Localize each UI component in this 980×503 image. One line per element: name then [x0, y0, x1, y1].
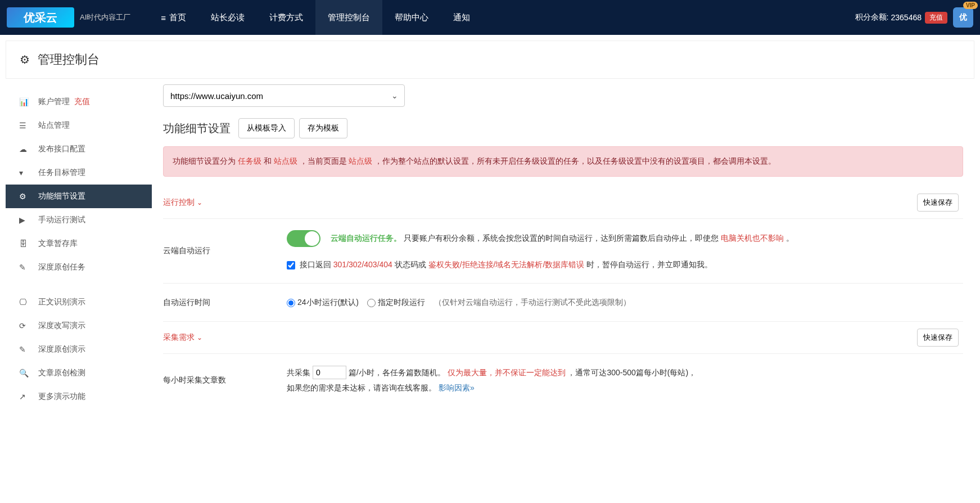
- sidebar-item-publish[interactable]: ☁发布接口配置: [6, 137, 152, 161]
- green-text: 云端自动运行任务。: [331, 233, 401, 242]
- page-title: 管理控制台: [38, 51, 100, 68]
- logo-area[interactable]: 优采云 AI时代内容工厂: [0, 7, 137, 28]
- sidebar-label: 账户管理: [38, 97, 70, 107]
- cloud-auto-switch[interactable]: [287, 230, 320, 247]
- nav-notice[interactable]: 通知: [441, 0, 482, 35]
- sidebar-item-manual[interactable]: ▶手动运行测试: [6, 208, 152, 232]
- sidebar-label: 功能细节设置: [38, 191, 85, 201]
- save-template-button[interactable]: 存为模板: [299, 118, 347, 138]
- nav-home[interactable]: ≡首页: [148, 0, 198, 35]
- sidebar-label: 深度改写演示: [38, 321, 85, 331]
- points-label: 积分余额:: [855, 12, 889, 23]
- sidebar-item-demo-original[interactable]: ✎深度原创演示: [6, 338, 152, 361]
- edit-icon: ✎: [19, 263, 31, 272]
- quick-save-button[interactable]: 快速保存: [917, 329, 959, 347]
- sidebar-item-sites[interactable]: ☰站点管理: [6, 114, 152, 137]
- chevron-down-icon: ⌄: [197, 199, 202, 206]
- desc-text: ，通常可达300-500篇每小时(每站)，: [567, 368, 696, 377]
- top-header: 优采云 AI时代内容工厂 ≡首页 站长必读 计费方式 管理控制台 帮助中心 通知…: [0, 0, 980, 35]
- info-alert: 功能细节设置分为 任务级 和 站点级 ，当前页面是 站点级 ，作为整个站点的默认…: [163, 146, 963, 177]
- sidebar-label: 深度原创演示: [38, 344, 85, 354]
- main-nav: ≡首页 站长必读 计费方式 管理控制台 帮助中心 通知: [148, 0, 482, 35]
- sidebar-item-demo-more[interactable]: ↗更多演示功能: [6, 385, 152, 408]
- bar-chart-icon: 📊: [19, 97, 31, 106]
- sidebar-item-settings[interactable]: ⚙功能细节设置: [6, 185, 152, 208]
- desc-text: 篇/小时，各任务篇数随机。: [349, 368, 445, 377]
- sidebar-label: 手动运行测试: [38, 215, 85, 225]
- sidebar-label: 深度原创任务: [38, 262, 85, 272]
- sidebar-label: 正文识别演示: [38, 297, 85, 307]
- monitor-icon: 🖵: [19, 298, 31, 307]
- sidebar-item-deep-original[interactable]: ✎深度原创任务: [6, 255, 152, 279]
- desc-text: 只要账户有积分余额，系统会按您设置的时间自动运行，达到所需篇数后自动停止，即使您: [404, 233, 719, 242]
- database-icon: 🗄: [19, 239, 31, 248]
- nav-billing[interactable]: 计费方式: [257, 0, 315, 35]
- collect-count-input[interactable]: [313, 366, 346, 379]
- vip-badge: VIP: [963, 2, 978, 9]
- row-run-time: 自动运行时间 24小时运行(默认) 指定时段运行 （仅针对云端自动运行，手动运行…: [163, 284, 963, 322]
- sidebar-label: 站点管理: [38, 120, 70, 131]
- page-title-bar: ⚙ 管理控制台: [6, 41, 974, 79]
- edit-square-icon: ✎: [19, 345, 31, 354]
- form-label: 云端自动运行: [163, 230, 287, 272]
- quick-save-button[interactable]: 快速保存: [917, 194, 959, 212]
- hint-text: （仅针对云端自动运行，手动运行测试不受此选项限制）: [434, 298, 631, 307]
- panel-toggle[interactable]: 采集需求⌄: [163, 333, 202, 343]
- import-template-button[interactable]: 从模板导入: [238, 118, 295, 138]
- red-text: 鉴权失败/拒绝连接/域名无法解析/数据库错误: [428, 260, 585, 269]
- refresh-icon: ⟳: [19, 321, 31, 330]
- radio-24h[interactable]: 24小时运行(默认): [287, 298, 359, 307]
- recharge-badge: 充值: [74, 97, 90, 107]
- sidebar-item-storage[interactable]: 🗄文章暂存库: [6, 232, 152, 255]
- cloud-icon: ☁: [19, 145, 31, 154]
- sidebar-label: 文章原创检测: [38, 368, 85, 378]
- panel-run-control: 运行控制⌄ 快速保存: [163, 187, 963, 219]
- nav-console[interactable]: 管理控制台: [315, 0, 382, 35]
- sidebar-item-account[interactable]: 📊账户管理充值: [6, 90, 152, 114]
- avatar[interactable]: 优 VIP: [953, 7, 973, 28]
- desc-text: 共采集: [287, 368, 310, 377]
- points-value: 2365468: [891, 13, 922, 22]
- panel-collect: 采集需求⌄ 快速保存: [163, 322, 963, 354]
- row-collect-count: 每小时采集文章数 共采集 篇/小时，各任务篇数随机。 仅为最大量，并不保证一定能…: [163, 354, 963, 406]
- red-text: 电脑关机也不影响: [721, 233, 784, 242]
- form-label: 自动运行时间: [163, 295, 287, 310]
- filter-icon: ▾: [19, 168, 31, 177]
- cogs-icon: ⚙: [19, 192, 31, 201]
- sidebar-item-demo-recognize[interactable]: 🖵正文识别演示: [6, 290, 152, 314]
- sidebar-item-demo-check[interactable]: 🔍文章原创检测: [6, 361, 152, 385]
- red-text: 仅为最大量，并不保证一定能达到: [448, 368, 566, 377]
- desc-text: 如果您的需求是未达标，请咨询在线客服。: [287, 383, 436, 392]
- sidebar: 📊账户管理充值 ☰站点管理 ☁发布接口配置 ▾任务目标管理 ⚙功能细节设置 ▶手…: [6, 84, 152, 429]
- header-right: 积分余额: 2365468 充值 优 VIP: [855, 7, 980, 28]
- nav-label: 首页: [169, 12, 186, 23]
- form-label: 每小时采集文章数: [163, 365, 287, 395]
- chevron-down-icon: ⌄: [197, 334, 202, 342]
- main-content: https://www.ucaiyun.com ⌄ 功能细节设置 从模板导入 存…: [152, 84, 974, 429]
- nav-mustread[interactable]: 站长必读: [198, 0, 257, 35]
- pause-on-error-checkbox[interactable]: [287, 261, 295, 270]
- desc-text: 时，暂停自动运行，并立即通知我。: [586, 260, 712, 269]
- sidebar-item-demo-rewrite[interactable]: ⟳深度改写演示: [6, 314, 152, 338]
- share-icon: ↗: [19, 392, 31, 401]
- desc-text: 。: [786, 233, 794, 242]
- radio-period[interactable]: 指定时段运行: [367, 298, 425, 307]
- sidebar-label: 文章暂存库: [38, 239, 78, 249]
- search-icon: 🔍: [19, 369, 31, 378]
- avatar-text: 优: [959, 12, 967, 23]
- desc-text: 接口返回: [300, 260, 331, 269]
- play-icon: ▶: [19, 215, 31, 224]
- logo-subtitle: AI时代内容工厂: [80, 12, 130, 23]
- nav-help[interactable]: 帮助中心: [382, 0, 441, 35]
- sidebar-item-target[interactable]: ▾任务目标管理: [6, 161, 152, 185]
- section-title: 功能细节设置: [163, 121, 231, 136]
- factors-link[interactable]: 影响因素»: [439, 383, 475, 392]
- sidebar-label: 更多演示功能: [38, 392, 85, 402]
- list-icon: ≡: [161, 13, 166, 23]
- sidebar-label: 任务目标管理: [38, 168, 85, 178]
- site-select[interactable]: https://www.ucaiyun.com: [163, 84, 405, 107]
- sidebar-label: 发布接口配置: [38, 144, 85, 154]
- panel-toggle[interactable]: 运行控制⌄: [163, 197, 202, 208]
- recharge-button[interactable]: 充值: [925, 12, 947, 24]
- red-text: 301/302/403/404: [333, 260, 392, 269]
